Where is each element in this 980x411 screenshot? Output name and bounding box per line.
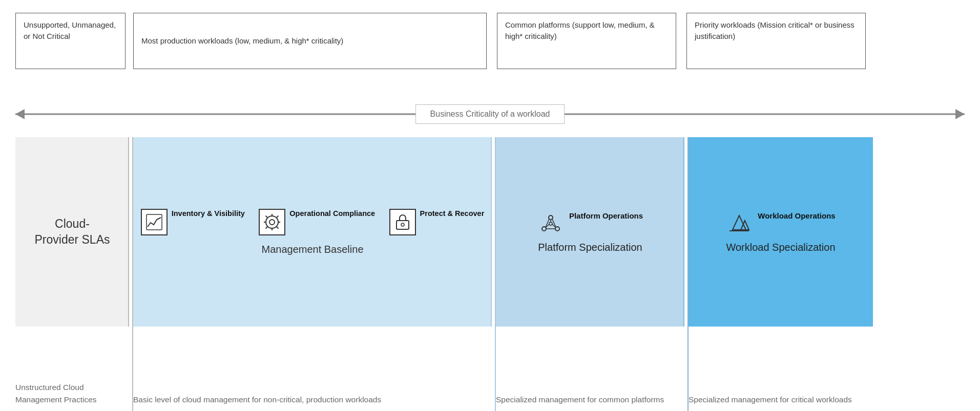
svg-rect-0: [147, 214, 162, 230]
inventory-icon-box: [141, 209, 168, 235]
svg-line-9: [277, 215, 279, 218]
svg-point-15: [555, 227, 559, 231]
arrow-left-head: [15, 109, 25, 119]
col1-content: Cloud-Provider SLAs: [15, 137, 129, 327]
arrow-right-head: [955, 109, 965, 119]
workload-icon-box: [726, 211, 753, 237]
top-box-unsupported: Unsupported, Unmanaged, or Not Critical: [15, 13, 126, 69]
top-box-production: Most production workloads (low, medium, …: [133, 13, 487, 69]
platform-icon-box: [537, 211, 564, 237]
svg-point-16: [549, 222, 552, 225]
inventory-group: Inventory & Visibility: [141, 209, 245, 235]
top-box-2-text: Most production workloads (low, medium, …: [141, 35, 343, 47]
col1-title: Cloud-Provider SLAs: [34, 216, 110, 248]
platform-ops-label: Platform Operations: [569, 211, 643, 221]
workload-icon: [727, 212, 751, 236]
arrow-section: Business Criticality of a workload: [15, 100, 965, 128]
protect-label: Protect & Recover: [420, 209, 485, 219]
footer-col4: Specialized management for critical work…: [689, 394, 873, 406]
operational-group: Operational Compliance: [259, 209, 375, 235]
top-box-4-text: Priority workloads (Mission critical* or…: [695, 20, 854, 40]
svg-point-12: [401, 223, 404, 226]
col4-title: Workload Specialization: [726, 242, 835, 253]
protect-icon-box: [389, 209, 416, 235]
col3-title: Platform Specialization: [538, 242, 642, 253]
top-box-common-platforms: Common platforms (support low, medium, &…: [497, 13, 676, 69]
workload-ops-label: Workload Operations: [758, 211, 835, 221]
col2-content: Inventory & Visibility: [133, 137, 492, 327]
footer-col3: Specialized management for common platfo…: [496, 394, 684, 406]
svg-line-8: [277, 227, 279, 229]
divider-1: [132, 137, 133, 411]
col4-content: Workload Operations Workload Specializat…: [689, 137, 873, 327]
top-box-1-text: Unsupported, Unmanaged, or Not Critical: [24, 20, 116, 40]
divider-2: [495, 137, 496, 411]
platform-ops-group: Platform Operations: [537, 211, 643, 237]
operational-label: Operational Compliance: [289, 209, 375, 219]
operational-icon-box: [259, 209, 285, 235]
svg-point-14: [542, 227, 546, 231]
protect-icon: [395, 213, 410, 231]
svg-line-7: [266, 215, 268, 218]
footer-col1: Unstructured Cloud Management Practices: [15, 381, 129, 406]
inventory-label: Inventory & Visibility: [172, 209, 245, 219]
svg-rect-11: [397, 221, 409, 229]
col2-title: Management Baseline: [261, 244, 363, 255]
protect-group: Protect & Recover: [389, 209, 485, 235]
workload-ops-group: Workload Operations: [726, 211, 835, 237]
svg-point-1: [266, 216, 278, 228]
diagram: Unsupported, Unmanaged, or Not Critical …: [0, 0, 980, 411]
col3-content: Platform Operations Platform Specializat…: [496, 137, 684, 327]
top-box-3-text: Common platforms (support low, medium, &…: [505, 20, 655, 40]
svg-point-13: [549, 215, 553, 220]
operational-icon: [263, 213, 281, 231]
svg-point-2: [269, 220, 275, 225]
platform-icon: [539, 212, 562, 236]
footer-col2: Basic level of cloud management for non-…: [133, 394, 492, 406]
top-box-priority-workloads: Priority workloads (Mission critical* or…: [686, 13, 866, 69]
arrow-label: Business Criticality of a workload: [415, 104, 565, 124]
inventory-icon: [145, 213, 163, 231]
svg-line-10: [266, 227, 268, 229]
divider-3: [687, 137, 689, 411]
col2-icons-row: Inventory & Visibility: [138, 209, 487, 235]
